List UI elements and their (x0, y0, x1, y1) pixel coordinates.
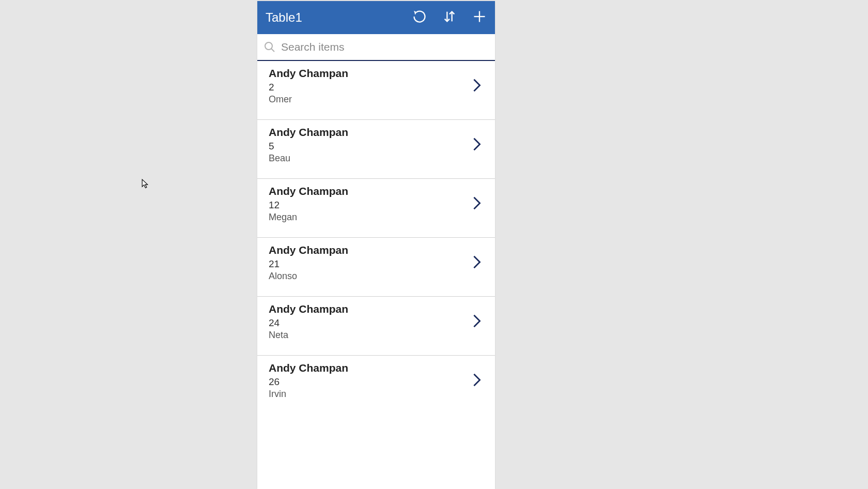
svg-line-5 (271, 49, 274, 52)
item-title: Andy Champan (269, 67, 472, 80)
item-number: 21 (269, 258, 472, 270)
svg-point-4 (265, 42, 272, 50)
item-title: Andy Champan (269, 126, 472, 139)
item-subtitle: Beau (269, 153, 472, 164)
sort-icon (442, 9, 457, 26)
item-title: Andy Champan (269, 185, 472, 197)
add-button[interactable] (472, 10, 487, 25)
list-item[interactable]: Andy Champan21Alonso (257, 238, 495, 297)
item-content: Andy Champan2Omer (269, 67, 472, 105)
item-number: 26 (269, 376, 472, 388)
item-number: 12 (269, 200, 472, 211)
list-item[interactable]: Andy Champan24Neta (257, 297, 495, 356)
chevron-right-icon (472, 314, 482, 330)
item-title: Andy Champan (269, 362, 472, 374)
item-content: Andy Champan26Irvin (269, 362, 472, 400)
header-title: Table1 (266, 10, 412, 25)
plus-icon (472, 9, 487, 26)
chevron-right-icon (472, 78, 482, 95)
item-subtitle: Megan (269, 212, 472, 223)
mouse-cursor (142, 179, 149, 188)
item-content: Andy Champan24Neta (269, 303, 472, 341)
items-list[interactable]: Andy Champan2OmerAndy Champan5BeauAndy C… (257, 61, 495, 489)
header-actions (412, 10, 487, 25)
list-item[interactable]: Andy Champan2Omer (257, 61, 495, 120)
item-subtitle: Alonso (269, 271, 472, 282)
chevron-right-icon (472, 373, 482, 389)
sort-button[interactable] (442, 10, 457, 25)
item-title: Andy Champan (269, 303, 472, 315)
item-subtitle: Irvin (269, 389, 472, 400)
item-number: 5 (269, 141, 472, 152)
search-input[interactable] (281, 41, 489, 53)
list-item[interactable]: Andy Champan12Megan (257, 179, 495, 238)
item-subtitle: Omer (269, 94, 472, 105)
item-subtitle: Neta (269, 330, 472, 341)
item-content: Andy Champan21Alonso (269, 244, 472, 282)
chevron-right-icon (472, 196, 482, 212)
list-item[interactable]: Andy Champan26Irvin (257, 356, 495, 414)
chevron-right-icon (472, 137, 482, 154)
app-container: Table1 (257, 1, 495, 489)
item-number: 2 (269, 82, 472, 93)
list-item[interactable]: Andy Champan5Beau (257, 120, 495, 179)
item-content: Andy Champan5Beau (269, 126, 472, 164)
item-title: Andy Champan (269, 244, 472, 256)
refresh-button[interactable] (412, 10, 427, 25)
search-icon (264, 41, 276, 53)
chevron-right-icon (472, 255, 482, 271)
refresh-icon (412, 9, 427, 26)
item-content: Andy Champan12Megan (269, 185, 472, 223)
app-header: Table1 (257, 1, 495, 34)
search-bar (257, 34, 495, 61)
item-number: 24 (269, 317, 472, 329)
